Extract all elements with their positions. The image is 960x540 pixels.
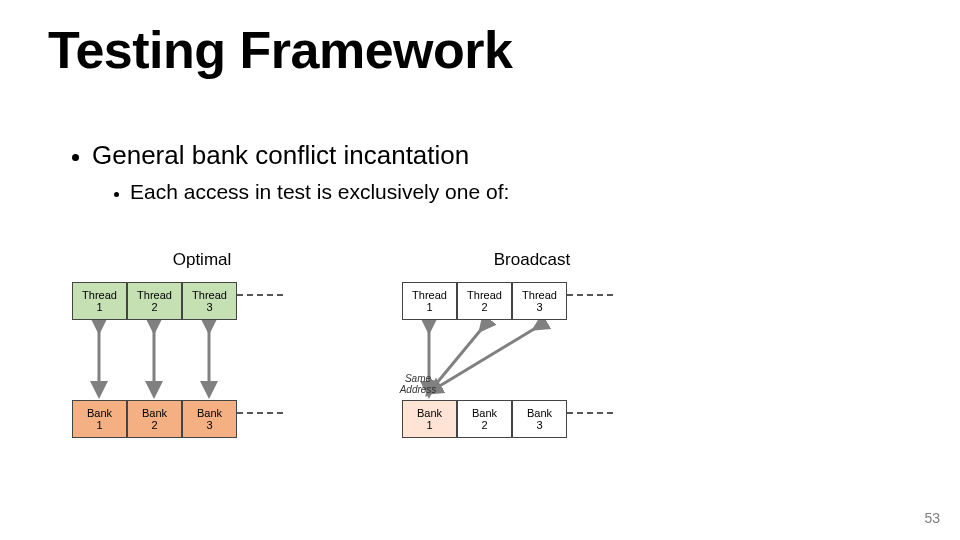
thread-cell: Thread 2: [457, 282, 512, 320]
thread-cell: Thread 3: [182, 282, 237, 320]
thread-word: Thread: [467, 289, 502, 301]
dash-extension-icon: [237, 412, 283, 414]
slide-title: Testing Framework: [48, 20, 512, 80]
diagram-broadcast: Broadcast Thread 1 Thread 2 Thread 3: [402, 250, 662, 438]
bank-num: 1: [426, 419, 432, 431]
arrow-area: Same Address: [402, 320, 567, 400]
bank-num: 2: [481, 419, 487, 431]
diagram-optimal-label: Optimal: [72, 250, 332, 270]
thread-num: 2: [151, 301, 157, 313]
thread-word: Thread: [192, 289, 227, 301]
dash-extension-icon: [567, 412, 613, 414]
thread-row: Thread 1 Thread 2 Thread 3: [72, 282, 332, 320]
arrow-area: [72, 320, 237, 400]
bank-word: Bank: [142, 407, 167, 419]
thread-row: Thread 1 Thread 2 Thread 3: [402, 282, 662, 320]
thread-num: 2: [481, 301, 487, 313]
bank-word: Bank: [87, 407, 112, 419]
svg-line-5: [433, 326, 539, 390]
bank-num: 3: [536, 419, 542, 431]
thread-word: Thread: [522, 289, 557, 301]
bullet-level-1: General bank conflict incantation: [92, 140, 469, 171]
thread-num: 3: [206, 301, 212, 313]
thread-cell: Thread 3: [512, 282, 567, 320]
arrows-svg: [72, 320, 237, 400]
page-number: 53: [924, 510, 940, 526]
bank-num: 3: [206, 419, 212, 431]
dash-extension-icon: [567, 294, 613, 296]
same-addr-l2: Address: [400, 384, 437, 395]
dash-extension-icon: [237, 294, 283, 296]
bank-num: 1: [96, 419, 102, 431]
diagram-broadcast-label: Broadcast: [402, 250, 662, 270]
bank-cell: Bank 2: [457, 400, 512, 438]
thread-cell: Thread 1: [402, 282, 457, 320]
thread-word: Thread: [137, 289, 172, 301]
bank-row: Bank 1 Bank 2 Bank 3: [72, 400, 332, 438]
bank-word: Bank: [417, 407, 442, 419]
bank-word: Bank: [527, 407, 552, 419]
bank-word: Bank: [472, 407, 497, 419]
bullet-level-2: Each access in test is exclusively one o…: [130, 180, 509, 204]
bank-cell: Bank 2: [127, 400, 182, 438]
bank-cell: Bank 1: [72, 400, 127, 438]
thread-num: 1: [96, 301, 102, 313]
same-addr-l1: Same: [405, 373, 431, 384]
bank-cell: Bank 3: [182, 400, 237, 438]
thread-word: Thread: [82, 289, 117, 301]
bank-word: Bank: [197, 407, 222, 419]
same-address-label: Same Address: [394, 374, 442, 395]
thread-num: 3: [536, 301, 542, 313]
diagram-optimal: Optimal Thread 1 Thread 2 Thread 3: [72, 250, 332, 438]
thread-cell: Thread 2: [127, 282, 182, 320]
bank-num: 2: [151, 419, 157, 431]
bank-cell: Bank 1: [402, 400, 457, 438]
thread-word: Thread: [412, 289, 447, 301]
thread-num: 1: [426, 301, 432, 313]
bank-cell: Bank 3: [512, 400, 567, 438]
bank-row: Bank 1 Bank 2 Bank 3: [402, 400, 662, 438]
thread-cell: Thread 1: [72, 282, 127, 320]
